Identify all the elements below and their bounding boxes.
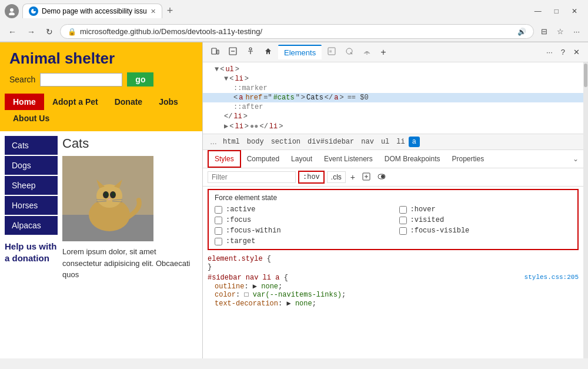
add-tab-button[interactable]: + xyxy=(377,45,389,59)
tree-anchor[interactable]: <a href="#cats" >Cats</a> == $0 xyxy=(203,93,583,102)
expand-ul[interactable]: ▼ xyxy=(215,65,219,74)
filter-input[interactable] xyxy=(208,171,296,183)
tree-marker: ::marker xyxy=(203,84,583,93)
cat-image xyxy=(62,156,153,241)
accessibility-button[interactable] xyxy=(243,45,258,59)
sidebar-dogs[interactable]: Dogs xyxy=(5,156,58,175)
svg-text:≡: ≡ xyxy=(329,49,332,54)
search-go-button[interactable]: go xyxy=(127,72,153,87)
more-tools-button[interactable]: ··· xyxy=(543,46,556,58)
checkbox-focus[interactable] xyxy=(215,217,222,224)
breadcrumb-body[interactable]: body xyxy=(243,137,268,147)
tab-properties[interactable]: Properties xyxy=(446,151,490,167)
styles-more-button[interactable]: ⌄ xyxy=(573,155,579,163)
tab-bar: Demo page with accessibility issu ✕ + xyxy=(22,4,525,18)
new-rule-button[interactable] xyxy=(360,171,373,184)
svg-rect-19 xyxy=(217,50,219,54)
sidebar-horses[interactable]: Horses xyxy=(5,196,58,215)
expand-li[interactable]: ▼ xyxy=(224,75,228,83)
tab-event-listeners[interactable]: Event Listeners xyxy=(318,151,379,167)
nav-jobs[interactable]: Jobs xyxy=(151,94,186,110)
address-bar[interactable]: 🔒 🔊 xyxy=(60,24,534,39)
css-closing-brace: } xyxy=(208,263,579,271)
nav-home[interactable]: Home xyxy=(5,94,44,110)
new-tab-button[interactable]: + xyxy=(163,4,177,18)
minimize-button[interactable]: — xyxy=(529,5,547,18)
checkbox-hover[interactable] xyxy=(399,206,407,214)
checkbox-active[interactable] xyxy=(215,206,222,214)
help-button[interactable]: ? xyxy=(557,46,569,58)
breadcrumb-section[interactable]: section xyxy=(268,137,304,147)
sidebar-sheep[interactable]: Sheep xyxy=(5,176,58,195)
nav-donate[interactable]: Donate xyxy=(106,94,151,110)
breadcrumb-li[interactable]: li xyxy=(393,137,408,147)
state-visited-label: :visited xyxy=(410,216,445,224)
tab-title: Demo page with accessibility issu xyxy=(42,7,147,15)
devtools-scrollbar[interactable] xyxy=(583,62,588,358)
state-active: :active xyxy=(215,205,387,214)
breadcrumb-ul[interactable]: ul xyxy=(377,137,393,147)
forward-button[interactable]: → xyxy=(24,25,39,39)
back-button[interactable]: ← xyxy=(5,25,20,39)
state-focus-visible-label: :focus-visible xyxy=(410,227,470,235)
hov-button[interactable]: :hov xyxy=(298,171,325,184)
more-button[interactable]: ··· xyxy=(570,25,583,38)
devtools-main: ▼ <ul> ▼ <li> ::marker <a href="#cats" xyxy=(203,62,583,358)
active-tab[interactable]: Demo page with accessibility issu ✕ xyxy=(22,4,162,18)
add-style-button[interactable]: + xyxy=(348,171,358,183)
tab-styles[interactable]: Styles xyxy=(208,150,241,168)
checkbox-focus-visible[interactable] xyxy=(399,227,407,235)
cls-button[interactable]: .cls xyxy=(327,171,346,183)
state-active-label: :active xyxy=(226,205,255,214)
debugger-icon[interactable] xyxy=(342,45,357,59)
breadcrumb-nav[interactable]: nav xyxy=(358,137,377,147)
cats-heading: Cats xyxy=(62,136,198,151)
nav-adopt[interactable]: Adopt a Pet xyxy=(44,94,106,110)
state-focus-within: :focus-within xyxy=(215,227,387,235)
url-input[interactable] xyxy=(80,27,514,36)
read-aloud-icon: 🔊 xyxy=(517,28,526,36)
tab-dom-breakpoints[interactable]: DOM Breakpoints xyxy=(379,151,446,167)
network-icon[interactable] xyxy=(359,45,375,59)
state-focus-within-label: :focus-within xyxy=(226,227,281,235)
sidebar-alpacas[interactable]: Alpacas xyxy=(5,216,58,235)
checkbox-focus-within[interactable] xyxy=(215,227,222,235)
close-devtools-button[interactable]: ✕ xyxy=(570,46,583,58)
profile-avatar[interactable] xyxy=(5,4,19,18)
toggle-button[interactable] xyxy=(375,171,388,184)
elements-tab[interactable]: Elements xyxy=(278,45,322,59)
nav-about[interactable]: About Us xyxy=(5,110,58,127)
tab-computed[interactable]: Computed xyxy=(241,151,285,167)
sidebar-cats[interactable]: Cats xyxy=(5,136,58,155)
scroll-thumb[interactable] xyxy=(584,64,587,87)
close-button[interactable]: ✕ xyxy=(566,5,583,18)
checkbox-visited[interactable] xyxy=(399,217,407,224)
breadcrumb-a[interactable]: a xyxy=(409,137,420,147)
css-rules: element.style { } #sidebar nav li a { st… xyxy=(203,252,583,310)
website-panel: Animal shelter Search go Home Adopt a Pe… xyxy=(0,42,203,358)
split-screen-button[interactable]: ⊟ xyxy=(537,25,551,38)
search-input[interactable] xyxy=(40,73,122,87)
breadcrumb-div-sidebar[interactable]: div#sidebar xyxy=(304,137,358,147)
sidebar-nav: Cats Dogs Sheep Horses Alpacas Help us w… xyxy=(5,136,58,281)
css-color: color: □ var(--navitems-links); xyxy=(208,291,579,299)
lock-icon: 🔒 xyxy=(68,28,76,36)
home-button[interactable] xyxy=(260,45,276,59)
tab-close-button[interactable]: ✕ xyxy=(151,8,156,15)
navigation-bar: ← → ↻ 🔒 🔊 ⊟ ☆ ··· xyxy=(0,22,588,42)
inspect-button[interactable] xyxy=(225,45,240,59)
refresh-button[interactable]: ↻ xyxy=(42,25,56,39)
force-state-grid: :active :hover :focus :visited xyxy=(215,205,572,245)
favorites-button[interactable]: ☆ xyxy=(553,25,567,38)
svg-point-22 xyxy=(249,48,252,50)
expand-li2[interactable]: ▶ xyxy=(224,122,228,131)
console-tab[interactable]: ≡ xyxy=(324,45,339,59)
checkbox-target[interactable] xyxy=(215,238,222,245)
tab-layout[interactable]: Layout xyxy=(285,151,318,167)
maximize-button[interactable]: □ xyxy=(549,5,564,18)
breadcrumb-html[interactable]: html xyxy=(219,137,243,147)
breadcrumb-ellipsis: … xyxy=(208,137,219,147)
state-focus: :focus xyxy=(215,216,387,224)
css-source-link[interactable]: styles.css:205 xyxy=(524,274,579,281)
device-emulation-button[interactable] xyxy=(208,45,223,59)
